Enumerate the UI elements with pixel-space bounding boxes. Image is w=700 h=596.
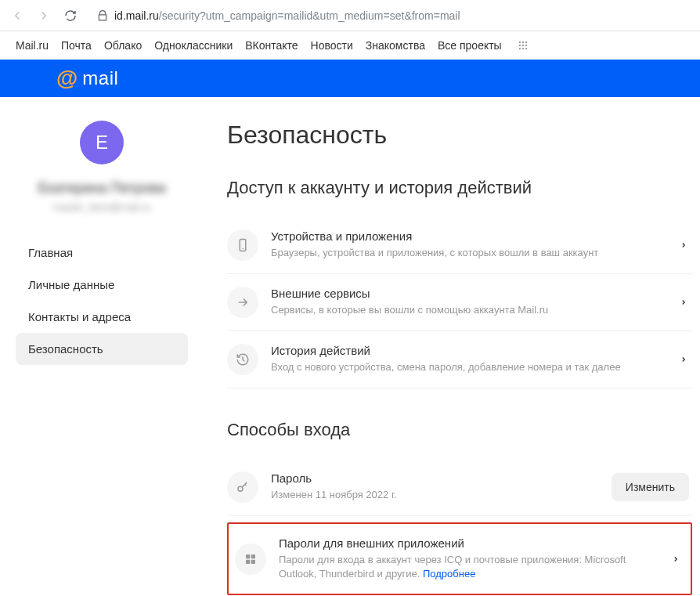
- card-external-title: Внешние сервисы: [271, 287, 672, 300]
- topnav-novosti[interactable]: Новости: [311, 39, 353, 52]
- header: @ mail: [0, 60, 700, 97]
- svg-point-5: [525, 45, 527, 46]
- change-password-button[interactable]: Изменить: [612, 473, 689, 501]
- topnav-odnoklassniki[interactable]: Одноклассники: [154, 39, 233, 52]
- apps-grid-icon[interactable]: [518, 40, 529, 51]
- card-app-passwords[interactable]: Пароли для внешних приложений Пароли для…: [235, 533, 684, 584]
- topnav-all-projects[interactable]: Все проекты: [438, 39, 502, 52]
- card-devices-subtitle: Браузеры, устройства и приложения, с кот…: [271, 246, 672, 260]
- sidebar: Е Екатерина Петрова master_farm@mail.ru …: [0, 97, 204, 596]
- svg-point-0: [518, 42, 520, 43]
- url-text: id.mail.ru/security?utm_campaign=mailid&…: [114, 9, 460, 22]
- user-email: master_farm@mail.ru: [16, 201, 188, 213]
- svg-point-1: [522, 42, 524, 43]
- svg-point-6: [518, 48, 520, 49]
- topnav-mailru[interactable]: Mail.ru: [16, 39, 49, 52]
- back-button[interactable]: [8, 6, 27, 25]
- topnav-pochta[interactable]: Почта: [61, 39, 92, 52]
- learn-more-link[interactable]: Подробнее: [423, 568, 475, 580]
- section-login-title: Способы входа: [227, 420, 692, 440]
- main-content: Безопасность Доступ к аккаунту и история…: [204, 97, 700, 596]
- card-history[interactable]: История действий Вход с нового устройств…: [227, 331, 692, 388]
- svg-point-7: [522, 48, 524, 49]
- sidebar-item-contacts[interactable]: Контакты и адреса: [16, 301, 188, 333]
- arrow-right-icon: [227, 287, 258, 318]
- svg-point-11: [238, 486, 243, 491]
- forward-button[interactable]: [34, 6, 53, 25]
- key-icon: [227, 471, 258, 503]
- sidebar-item-personal[interactable]: Личные данные: [16, 269, 188, 301]
- sidebar-item-security[interactable]: Безопасность: [16, 333, 188, 365]
- history-icon: [227, 344, 258, 375]
- card-app-passwords-subtitle: Пароли для входа в аккаунт через ICQ и п…: [279, 553, 664, 581]
- lock-icon: [97, 10, 108, 21]
- chevron-right-icon: [680, 296, 687, 309]
- card-external-subtitle: Сервисы, в которые вы вошли с помощью ак…: [271, 303, 672, 317]
- card-password-subtitle: Изменен 11 ноября 2022 г.: [271, 488, 612, 502]
- svg-point-2: [525, 42, 527, 43]
- user-name: Екатерина Петрова: [16, 180, 188, 197]
- avatar[interactable]: Е: [80, 121, 124, 164]
- card-app-passwords-title: Пароли для внешних приложений: [279, 536, 664, 550]
- svg-rect-12: [246, 554, 250, 558]
- page-title: Безопасность: [227, 121, 692, 150]
- svg-point-8: [525, 48, 527, 49]
- highlighted-box: Пароли для внешних приложений Пароли для…: [227, 522, 692, 595]
- topnav-vkontakte[interactable]: ВКонтакте: [245, 39, 298, 52]
- card-history-title: История действий: [271, 344, 672, 357]
- svg-rect-13: [251, 554, 255, 558]
- logo[interactable]: @ mail: [56, 66, 118, 91]
- topnav-znakomstva[interactable]: Знакомства: [366, 39, 425, 52]
- top-nav: Mail.ru Почта Облако Одноклассники ВКонт…: [0, 31, 700, 60]
- url-bar[interactable]: id.mail.ru/security?utm_campaign=mailid&…: [88, 4, 692, 27]
- apps-icon: [235, 544, 266, 575]
- svg-point-10: [242, 248, 244, 250]
- sidebar-item-home[interactable]: Главная: [16, 237, 188, 269]
- browser-bar: id.mail.ru/security?utm_campaign=mailid&…: [0, 0, 700, 31]
- chevron-right-icon: [680, 353, 687, 366]
- card-devices[interactable]: Устройства и приложения Браузеры, устрой…: [227, 217, 692, 274]
- card-devices-title: Устройства и приложения: [271, 229, 672, 243]
- logo-at-icon: @: [56, 66, 78, 91]
- chevron-right-icon: [680, 239, 687, 251]
- section-access-title: Доступ к аккаунту и история действий: [227, 178, 692, 198]
- svg-rect-15: [251, 559, 255, 563]
- svg-point-3: [518, 45, 520, 46]
- card-password-title: Пароль: [271, 471, 612, 485]
- chevron-right-icon: [672, 553, 680, 565]
- topnav-oblako[interactable]: Облако: [104, 39, 142, 52]
- svg-point-4: [522, 45, 524, 46]
- card-external-services[interactable]: Внешние сервисы Сервисы, в которые вы во…: [227, 274, 692, 331]
- logo-text: mail: [82, 67, 118, 89]
- card-password[interactable]: Пароль Изменен 11 ноября 2022 г. Изменит…: [227, 459, 692, 516]
- card-history-subtitle: Вход с нового устройства, смена пароля, …: [271, 360, 672, 374]
- phone-icon: [227, 229, 258, 261]
- reload-button[interactable]: [61, 6, 80, 25]
- svg-rect-14: [246, 559, 250, 563]
